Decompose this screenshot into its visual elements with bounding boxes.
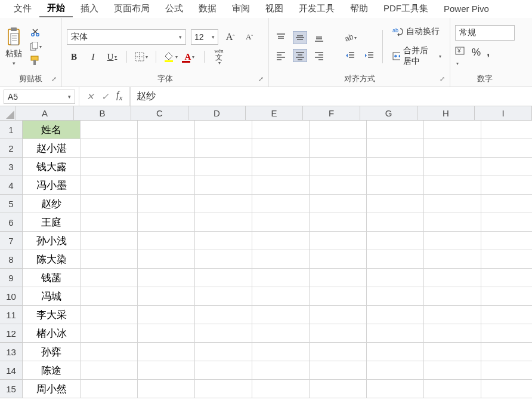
- cell[interactable]: [195, 176, 252, 195]
- tab-view[interactable]: 视图: [258, 1, 291, 17]
- col-header-A[interactable]: A: [16, 106, 74, 121]
- cell[interactable]: [138, 232, 195, 250]
- cell[interactable]: [252, 287, 310, 306]
- cell[interactable]: 孙弈: [23, 343, 81, 361]
- cell[interactable]: [367, 361, 424, 380]
- cell[interactable]: [195, 121, 252, 139]
- col-header-B[interactable]: B: [74, 106, 131, 121]
- cell[interactable]: [138, 158, 195, 176]
- align-middle-icon[interactable]: [293, 31, 307, 44]
- cell[interactable]: [138, 343, 195, 361]
- cell[interactable]: [424, 287, 481, 306]
- paste-label[interactable]: 粘贴: [5, 48, 22, 59]
- cell[interactable]: [481, 287, 532, 306]
- cell[interactable]: [424, 213, 481, 232]
- cell[interactable]: [481, 121, 532, 139]
- cell[interactable]: [81, 250, 138, 269]
- row-header[interactable]: 4: [0, 176, 23, 195]
- cell[interactable]: [310, 232, 367, 250]
- cell[interactable]: [252, 324, 310, 343]
- cell[interactable]: [310, 158, 367, 176]
- cell[interactable]: [367, 250, 424, 269]
- col-header-F[interactable]: F: [303, 106, 360, 121]
- cell[interactable]: [81, 158, 138, 176]
- cell[interactable]: [481, 306, 532, 324]
- cell[interactable]: [310, 269, 367, 287]
- wrap-text-button[interactable]: ab 自动换行: [389, 25, 445, 38]
- font-name-select[interactable]: 宋体▾: [67, 29, 186, 45]
- cell[interactable]: [310, 195, 367, 213]
- cell[interactable]: [195, 324, 252, 343]
- cell[interactable]: [424, 361, 481, 380]
- cell[interactable]: [367, 232, 424, 250]
- cell[interactable]: [367, 287, 424, 306]
- cell[interactable]: 钱菡: [23, 269, 81, 287]
- cell[interactable]: [138, 324, 195, 343]
- row-header[interactable]: 3: [0, 158, 23, 176]
- clipboard-launcher-icon[interactable]: ⤢: [51, 75, 57, 83]
- cut-icon[interactable]: [30, 27, 42, 38]
- cell[interactable]: [138, 361, 195, 380]
- row-header[interactable]: 13: [0, 343, 23, 361]
- cell[interactable]: [252, 121, 310, 139]
- cell[interactable]: [481, 139, 532, 158]
- cell[interactable]: [424, 380, 481, 398]
- col-header-C[interactable]: C: [131, 106, 188, 121]
- cell[interactable]: [481, 195, 532, 213]
- cell[interactable]: [195, 343, 252, 361]
- cell[interactable]: [138, 287, 195, 306]
- fx-icon[interactable]: fx: [116, 90, 122, 103]
- cell[interactable]: [81, 195, 138, 213]
- cell[interactable]: [81, 380, 138, 398]
- cell[interactable]: 孙小浅: [23, 232, 81, 250]
- name-box[interactable]: A5▾: [4, 90, 75, 104]
- cell[interactable]: [252, 361, 310, 380]
- cell[interactable]: [81, 343, 138, 361]
- cell[interactable]: [138, 176, 195, 195]
- borders-icon[interactable]: [134, 50, 149, 64]
- bold-button[interactable]: B: [67, 50, 81, 64]
- formula-input[interactable]: 赵纱: [130, 87, 532, 106]
- cell[interactable]: [424, 269, 481, 287]
- cancel-icon[interactable]: ✕: [86, 91, 94, 102]
- row-header[interactable]: 7: [0, 232, 23, 250]
- cell[interactable]: [424, 343, 481, 361]
- cell[interactable]: [310, 213, 367, 232]
- cell[interactable]: [252, 139, 310, 158]
- tab-page-layout[interactable]: 页面布局: [106, 1, 157, 17]
- row-header[interactable]: 9: [0, 269, 23, 287]
- row-header[interactable]: 1: [0, 121, 23, 139]
- tab-help[interactable]: 帮助: [342, 1, 376, 17]
- font-launcher-icon[interactable]: ⤢: [258, 75, 264, 83]
- tab-file[interactable]: 文件: [6, 1, 39, 17]
- row-header[interactable]: 11: [0, 306, 23, 324]
- cell[interactable]: 楮小冰: [23, 324, 81, 343]
- cell[interactable]: [424, 158, 481, 176]
- cell[interactable]: [195, 213, 252, 232]
- tab-power-pivot[interactable]: Power Pivo: [436, 1, 497, 16]
- cell[interactable]: [81, 361, 138, 380]
- tab-developer[interactable]: 开发工具: [291, 1, 342, 17]
- cell[interactable]: [481, 269, 532, 287]
- cell[interactable]: [481, 232, 532, 250]
- cell[interactable]: [138, 213, 195, 232]
- cell[interactable]: [81, 176, 138, 195]
- tab-home[interactable]: 开始: [39, 0, 73, 17]
- cell[interactable]: 钱大露: [23, 158, 81, 176]
- increase-font-icon[interactable]: Aˆ: [223, 30, 237, 44]
- cell[interactable]: [195, 139, 252, 158]
- decrease-font-icon[interactable]: Aˇ: [242, 30, 256, 44]
- cell[interactable]: [195, 306, 252, 324]
- phonetic-guide-icon[interactable]: wén文: [212, 50, 226, 64]
- tab-formulas[interactable]: 公式: [157, 1, 191, 17]
- fill-color-icon[interactable]: [163, 50, 178, 64]
- percent-format-icon[interactable]: %: [472, 47, 481, 68]
- cell[interactable]: [138, 380, 195, 398]
- alignment-launcher-icon[interactable]: ⤢: [440, 75, 445, 83]
- align-left-icon[interactable]: [274, 49, 288, 62]
- cell[interactable]: [81, 287, 138, 306]
- cell[interactable]: 赵纱: [23, 195, 81, 213]
- cell[interactable]: [481, 158, 532, 176]
- cell[interactable]: [252, 269, 310, 287]
- align-bottom-icon[interactable]: [312, 31, 326, 44]
